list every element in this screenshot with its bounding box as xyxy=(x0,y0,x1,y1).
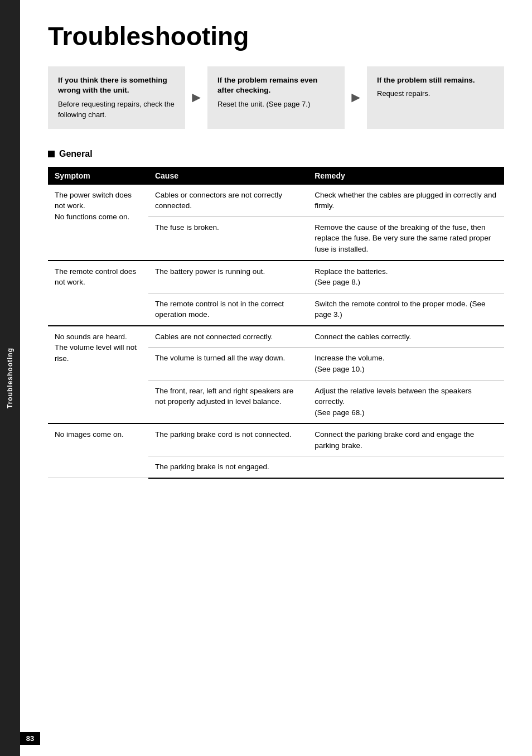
step-2-box: If the problem remains even after checki… xyxy=(207,66,345,129)
main-content: Troubleshooting If you think there is so… xyxy=(20,0,532,756)
step-1-body: Before requesting repairs, check the fol… xyxy=(58,99,175,119)
remedy-cell: Switch the remote control to the proper … xyxy=(308,293,504,326)
arrow-1: ► xyxy=(185,66,207,129)
sidebar-label: Troubleshooting xyxy=(6,348,14,408)
col-header-cause: Cause xyxy=(148,167,308,185)
remedy-cell: Connect the cables correctly. xyxy=(308,326,504,348)
section-header: General xyxy=(48,149,504,159)
symptom-cell: No sounds are heard.The volume level wil… xyxy=(48,326,148,423)
remedy-cell: Increase the volume.(See page 10.) xyxy=(308,348,504,380)
cause-cell: Cables or connectors are not correctly c… xyxy=(148,185,308,217)
remedy-cell xyxy=(308,456,504,478)
sidebar: Troubleshooting xyxy=(0,0,20,756)
table-row: The remote control does not work.The bat… xyxy=(48,261,504,293)
table-row: No sounds are heard.The volume level wil… xyxy=(48,326,504,348)
remedy-cell: Remove the cause of the breaking of the … xyxy=(308,216,504,260)
table-row: No images come on.The parking brake cord… xyxy=(48,423,504,456)
symptom-cell: The power switch does not work.No functi… xyxy=(48,185,148,261)
remedy-cell: Connect the parking brake cord and engag… xyxy=(308,423,504,456)
cause-cell: The remote control is not in the correct… xyxy=(148,293,308,326)
section-square-icon xyxy=(48,151,55,157)
step-3-box: If the problem still remains. Request re… xyxy=(367,66,504,129)
remedy-cell: Adjust the relative levels between the s… xyxy=(308,380,504,423)
arrow-1-icon: ► xyxy=(189,89,204,106)
arrow-2: ► xyxy=(345,66,367,129)
remedy-cell: Replace the batteries.(See page 8.) xyxy=(308,261,504,293)
cause-cell: The parking brake cord is not connected. xyxy=(148,423,308,456)
cause-cell: The volume is turned all the way down. xyxy=(148,348,308,380)
arrow-2-icon: ► xyxy=(349,89,363,106)
col-header-symptom: Symptom xyxy=(48,167,148,185)
remedy-cell: Check whether the cables are plugged in … xyxy=(308,185,504,217)
page-title: Troubleshooting xyxy=(48,22,504,51)
step-1-title: If you think there is something wrong wi… xyxy=(58,75,175,97)
step-2-title: If the problem remains even after checki… xyxy=(217,75,335,97)
section-title: General xyxy=(59,149,93,159)
cause-cell: The fuse is broken. xyxy=(148,216,308,260)
cause-cell: The parking brake is not engaged. xyxy=(148,456,308,478)
col-header-remedy: Remedy xyxy=(308,167,504,185)
troubleshooting-table: Symptom Cause Remedy The power switch do… xyxy=(48,167,504,479)
step-1-box: If you think there is something wrong wi… xyxy=(48,66,185,129)
steps-row: If you think there is something wrong wi… xyxy=(48,66,504,129)
cause-cell: The front, rear, left and right speakers… xyxy=(148,380,308,423)
step-2-body: Reset the unit. (See page 7.) xyxy=(217,99,335,109)
symptom-cell: The remote control does not work. xyxy=(48,261,148,326)
table-row: The power switch does not work.No functi… xyxy=(48,185,504,217)
step-3-body: Request repairs. xyxy=(377,89,494,99)
cause-cell: Cables are not connected correctly. xyxy=(148,326,308,348)
step-3-title: If the problem still remains. xyxy=(377,75,494,86)
page-number: 83 xyxy=(20,732,40,745)
cause-cell: The battery power is running out. xyxy=(148,261,308,293)
symptom-cell: No images come on. xyxy=(48,423,148,478)
